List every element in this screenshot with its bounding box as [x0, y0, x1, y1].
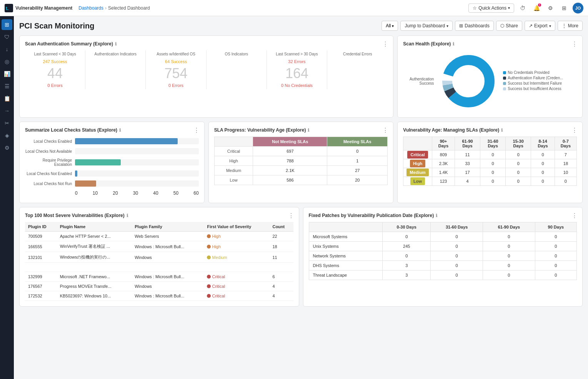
- scan-health-menu-icon[interactable]: ⋮: [571, 40, 578, 48]
- sla-info-icon[interactable]: ℹ: [308, 128, 309, 133]
- top100-header-row: Plugin ID Plugin Name Plugin Family Firs…: [25, 222, 293, 232]
- avatar[interactable]: JO: [573, 3, 583, 13]
- layout: ⊞ 🛡 ↓ ◎ 📊 ☰ 📋 → ✂ ◈ ⚙ PCI Scan Monitorin…: [0, 16, 588, 379]
- vuln-age-menu-icon[interactable]: ⋮: [571, 127, 578, 134]
- sla-row-1: High 788 1: [214, 156, 388, 166]
- settings-button[interactable]: ⚙: [545, 3, 556, 13]
- all-filter-button[interactable]: All ▾: [381, 21, 398, 31]
- sla-row-0: Critical 697 0: [214, 147, 388, 156]
- top100-info-icon[interactable]: ℹ: [127, 213, 128, 218]
- sidebar-item-security[interactable]: 🛡: [2, 32, 12, 42]
- sla-progress-title: SLA Progress: Vulnerability Age (Explore…: [214, 127, 388, 133]
- sidebar-item-dashboard[interactable]: ⊞: [2, 19, 12, 30]
- vuln-col-5: 0-7 Days: [555, 137, 576, 150]
- scan-auth-info-icon[interactable]: ℹ: [115, 42, 117, 47]
- sev-dot-6: [207, 294, 211, 298]
- local-checks-info-icon[interactable]: ℹ: [119, 128, 121, 133]
- quick-actions-label: Quick Actions: [478, 5, 506, 11]
- vuln-row-1: High 2.3K 33 0 0 0 18: [403, 159, 577, 168]
- sev-dot-5: [207, 284, 211, 288]
- svg-text:t.: t.: [6, 6, 8, 11]
- sidebar-item-findings[interactable]: 📋: [2, 93, 12, 104]
- dashboards-button[interactable]: ⊞ Dashboards: [455, 21, 494, 31]
- vuln-val-1-5: 18: [555, 159, 576, 168]
- sidebar-item-assets[interactable]: ◈: [2, 130, 12, 141]
- plugin-id-0: 700509: [25, 232, 57, 241]
- top100-vuln-card: Top 100 Most Severe Vulnerabilities (Exp…: [19, 207, 299, 307]
- plugin-name-1: WinVerifyTrust 署名検証 ...: [57, 241, 132, 252]
- dashboards-label: Dashboards: [465, 23, 490, 28]
- fixed-patches-table: 0-30 Days 31-60 Days 61-90 Days 90 Days …: [309, 222, 577, 280]
- patches-val-3-3: 0: [535, 261, 576, 270]
- vuln-row-2: Medium 1.4K 17 0 0 0 10: [403, 168, 577, 177]
- more-button[interactable]: ⋮ More: [558, 21, 583, 31]
- auth-col-bottom-4: 0 No Credentials: [268, 83, 326, 88]
- bar-label-3: Local Checks Not Enabled: [25, 172, 75, 176]
- row1-grid: Scan Authentication Summary (Explore) ℹ …: [19, 35, 583, 118]
- plugin-sev-5: Critical: [204, 282, 269, 291]
- legend-dot-3: [503, 87, 506, 90]
- patches-val-3-2: 0: [483, 261, 535, 270]
- vuln-val-2-0: 1.4K: [432, 168, 455, 177]
- scan-health-card: Scan Health (Explore) ℹ ⋮ Authentication…: [397, 35, 583, 118]
- sidebar-item-settings[interactable]: ⚙: [2, 142, 12, 153]
- legend-dot-1: [503, 77, 506, 80]
- sla-label-2: Medium: [214, 166, 253, 175]
- grid-button[interactable]: ⊞: [559, 3, 570, 13]
- fixed-patches-info-icon[interactable]: ℹ: [436, 213, 437, 218]
- patches-label-0: Microsoft Systems: [309, 232, 383, 242]
- vuln-val-3-1: 4: [455, 177, 480, 186]
- patches-val-0-1: 0: [431, 232, 483, 242]
- breadcrumb-link[interactable]: Dashboards: [78, 5, 103, 11]
- plugin-id-2: 132101: [25, 252, 57, 263]
- export-button[interactable]: ↗ Export ▾: [525, 21, 555, 31]
- plugin-count-1: 18: [269, 241, 293, 252]
- patches-header-row: 0-30 Days 31-60 Days 61-90 Days 90 Days: [309, 222, 577, 232]
- bar-row-1: Local Checks Not Available: [25, 148, 199, 154]
- share-label: Share: [506, 23, 518, 28]
- scan-auth-menu-icon[interactable]: ⋮: [382, 40, 388, 48]
- sidebar-item-tools[interactable]: ✂: [2, 118, 12, 129]
- table-row: [25, 263, 293, 272]
- auth-col-header-4: Last Scanned > 30 Days: [268, 52, 326, 56]
- bar-fill-4: [75, 180, 96, 187]
- patches-col-0: 0-30 Days: [383, 222, 431, 232]
- axis-4: 40: [153, 190, 158, 196]
- axis-1: 10: [93, 190, 98, 196]
- sidebar-item-scan[interactable]: ◎: [2, 56, 12, 67]
- plugin-family-5: Windows: [132, 282, 204, 291]
- table-row: Network Systems 0 0 0 0: [309, 251, 577, 261]
- donut-legend: No Credentials Provided Authentication F…: [503, 70, 563, 92]
- auth-col-bottom-2: 0 Errors: [147, 83, 205, 88]
- vuln-sev-2: Medium: [403, 168, 432, 177]
- patches-col-2: 61-90 Days: [483, 222, 535, 232]
- sidebar-item-download[interactable]: ↓: [2, 44, 12, 55]
- jump-to-dashboard-button[interactable]: Jump to Dashboard ▾: [400, 21, 453, 31]
- sidebar-item-export[interactable]: →: [2, 105, 12, 116]
- sidebar-item-list[interactable]: ☰: [2, 81, 12, 92]
- notifications-badge: 🔔 6: [531, 3, 542, 13]
- jump-label: Jump to Dashboard: [405, 23, 445, 28]
- sla-not-meeting-0: 697: [253, 147, 327, 156]
- plugin-id-6: 172532: [25, 291, 57, 301]
- sidebar-item-reports[interactable]: 📊: [2, 68, 12, 79]
- fixed-patches-menu-icon[interactable]: ⋮: [571, 212, 578, 219]
- plugin-name-0: Apache HTTP Server < 2...: [57, 232, 132, 241]
- vuln-val-1-4: 0: [531, 159, 555, 168]
- quick-actions-button[interactable]: ☆ Quick Actions ▾: [468, 3, 514, 13]
- col-count: Count: [269, 222, 293, 232]
- top100-menu-icon[interactable]: ⋮: [288, 212, 294, 219]
- scan-health-info-icon[interactable]: ℹ: [453, 42, 454, 47]
- vuln-age-info-icon[interactable]: ℹ: [501, 128, 503, 133]
- local-checks-menu-icon[interactable]: ⋮: [193, 127, 200, 134]
- patches-val-3-1: 0: [431, 261, 483, 270]
- share-button[interactable]: ⬡ Share: [496, 21, 522, 31]
- auth-col-status-0: 247 Success: [26, 59, 84, 64]
- fixed-patches-title: Fixed Patches by Vulnerability Publicati…: [309, 213, 577, 218]
- patches-val-0-2: 0: [483, 232, 535, 242]
- table-row: 132101 Windowsの投機的実行の... Windows Medium …: [25, 252, 293, 263]
- sla-menu-icon[interactable]: ⋮: [382, 127, 388, 134]
- sla-not-meeting-header: Not Meeting SLAs: [253, 137, 327, 147]
- timer-button[interactable]: ⏱: [517, 3, 528, 13]
- vuln-empty-header: [403, 137, 432, 150]
